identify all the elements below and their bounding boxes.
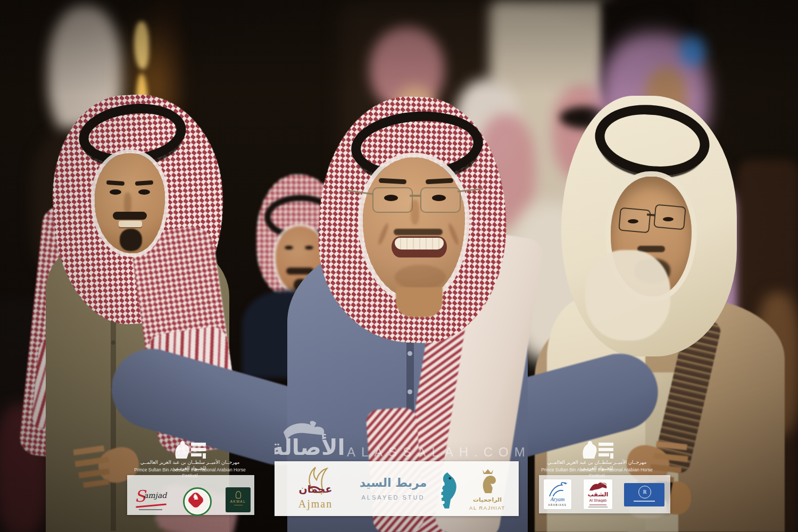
right-man-eye-left: [628, 219, 638, 223]
sponsor-bar-left: S amjad ♞ AKMAL: [127, 475, 254, 515]
right-man-eye-right: [663, 217, 674, 221]
center-man-chin-shade: [395, 265, 446, 289]
blue-light-glow: [680, 35, 705, 66]
bg-man-eye-right: [305, 246, 313, 250]
aryam-horse-icon: [546, 480, 569, 497]
left-man-button-2: [111, 340, 115, 345]
sponsor-bar-right: Aryam ARABIANS الشقب Al Shaqab R: [539, 475, 670, 513]
festival-logo-icon: [170, 439, 209, 462]
blue-stud-logo: R: [624, 483, 664, 506]
emblem-horse-glyph: ♞: [185, 492, 207, 502]
alshaqab-subline-2: [588, 506, 608, 508]
flame-upper: [134, 21, 149, 69]
ajman-arabic: عجمان: [286, 483, 345, 495]
alsayed-wordmark: ALSAYED STUD: [353, 494, 433, 501]
alshaqab-arabic: الشقب: [584, 491, 612, 498]
blue-stud-monogram-icon: R: [638, 486, 651, 498]
center-man-teeth: [395, 238, 444, 250]
alrajhiat-wordmark: AL RAJHIAT: [462, 505, 513, 511]
blue-stud-subline: [634, 501, 655, 502]
alrajhiat-logo: الراجحيات AL RAJHIAT: [462, 466, 513, 514]
photo-scene: الأصالة ALASSALAH.COM مهرجــان الأميــر …: [0, 0, 798, 532]
left-man-mouth: [119, 221, 142, 227]
center-man-button-3: [408, 389, 412, 394]
festival-logo-icon: [578, 439, 616, 462]
alsayed-horse-icon: [434, 466, 460, 512]
akmal-subline: [234, 505, 243, 505]
akmal-crest-icon: [236, 491, 241, 498]
equestrian-society-emblem-icon: ♞: [183, 487, 212, 516]
bg-man-eye-left: [285, 246, 293, 250]
alshaqab-wordmark: Al Shaqab: [584, 498, 612, 502]
alassalah-domain-watermark: ALASSALAH.COM: [347, 445, 538, 460]
sponsor-bar-center: عجمان Ajman مربط السيد ALSAYED STUD الرا…: [275, 461, 519, 516]
alassalah-calligraphy-icon: الأصالة: [275, 418, 349, 463]
alshaqab-horses-icon: [587, 481, 609, 492]
samjad-wordmark: amjad: [144, 491, 167, 500]
center-man-neck: [396, 287, 443, 317]
ajman-wordmark: Ajman: [286, 498, 345, 510]
left-man-eye-left: [110, 189, 121, 195]
center-man-eye-left: [384, 195, 398, 201]
aryam-arabians-logo: Aryam ARABIANS: [544, 479, 571, 509]
alsayed-arabic: مربط السيد: [353, 476, 433, 489]
center-man-left-fingers: [72, 442, 115, 491]
alshaqab-logo: الشقب Al Shaqab: [584, 479, 612, 509]
center-man-button-2: [408, 351, 412, 356]
alsayed-stud-logo: مربط السيد ALSAYED STUD: [353, 466, 460, 513]
left-man-nose-shadow: [124, 193, 131, 214]
left-man-goatee: [120, 229, 142, 251]
alrajhiat-horse-crown-icon: [475, 466, 501, 494]
alrajhiat-arabic: الراجحيات: [462, 496, 513, 503]
center-man-nose-shadow: [411, 200, 419, 225]
right-man-neck-wrap: [585, 250, 670, 340]
alassalah-calligraphy-text: الأصالة: [275, 434, 345, 460]
aryam-wordmark: Aryam: [544, 496, 571, 502]
ajman-logo: عجمان Ajman: [286, 464, 345, 514]
left-man-mustache: [113, 212, 147, 220]
center-man-eye-right: [432, 195, 446, 201]
aryam-subtitle: ARABIANS: [544, 504, 571, 506]
akmal-wordmark: AKMAL: [226, 500, 251, 503]
alshaqab-subline-1: [589, 504, 606, 505]
center-man-mustache: [394, 229, 443, 235]
center-man-glasses-bridge: [410, 195, 421, 197]
samjad-logo: S amjad: [135, 489, 172, 512]
samjad-subline: [139, 509, 162, 510]
akmal-logo: AKMAL: [226, 487, 251, 512]
left-man-eye-right: [138, 189, 150, 195]
